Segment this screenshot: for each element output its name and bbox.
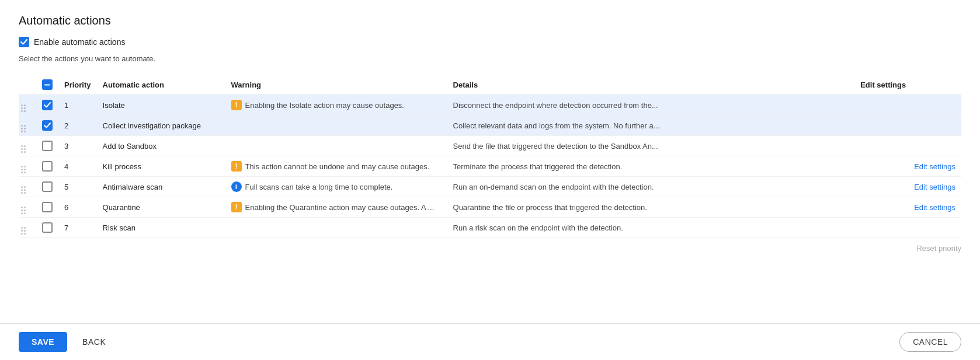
table-row: 2Collect investigation packageCollect re… bbox=[19, 116, 961, 136]
page-subtitle: Select the actions you want to automate. bbox=[19, 54, 961, 63]
enable-automatic-actions-checkbox[interactable] bbox=[19, 37, 29, 47]
row-checkbox[interactable] bbox=[42, 161, 53, 172]
row-action-name: Add to Sandbox bbox=[97, 136, 225, 156]
cancel-button[interactable]: CANCEL bbox=[899, 332, 961, 352]
row-details: Run an on-demand scan on the endpoint wi… bbox=[447, 177, 855, 197]
table-row: 5Antimalware scaniFull scans can take a … bbox=[19, 177, 961, 197]
footer: SAVE BACK CANCEL bbox=[0, 323, 980, 360]
row-priority: 4 bbox=[58, 156, 97, 177]
row-checkbox[interactable] bbox=[42, 222, 53, 233]
back-button[interactable]: BACK bbox=[77, 332, 112, 352]
row-checkbox-cell bbox=[36, 95, 58, 116]
reset-priority-container: Reset priority bbox=[19, 244, 961, 253]
col-header-action: Automatic action bbox=[97, 75, 225, 95]
row-checkbox-cell bbox=[36, 218, 58, 238]
table-header-row: Priority Automatic action Warning Detail… bbox=[19, 75, 961, 95]
row-warning bbox=[225, 116, 447, 136]
actions-table-container: Priority Automatic action Warning Detail… bbox=[19, 75, 961, 238]
row-action-name: Kill process bbox=[97, 156, 225, 177]
row-edit-cell bbox=[854, 136, 961, 156]
row-edit-cell bbox=[854, 116, 961, 136]
drag-handle[interactable] bbox=[19, 197, 36, 218]
reset-priority-link[interactable]: Reset priority bbox=[916, 244, 961, 253]
table-row: 1Isolate!Enabling the Isolate action may… bbox=[19, 95, 961, 116]
row-details: Disconnect the endpoint where detection … bbox=[447, 95, 855, 116]
row-details: Collect relevant data and logs from the … bbox=[447, 116, 855, 136]
save-button[interactable]: SAVE bbox=[19, 332, 67, 352]
table-row: 6Quarantine!Enabling the Quarantine acti… bbox=[19, 197, 961, 218]
row-details: Run a risk scan on the endpoint with the… bbox=[447, 218, 855, 238]
row-checkbox[interactable] bbox=[42, 202, 53, 212]
info-icon: i bbox=[231, 181, 242, 192]
row-warning bbox=[225, 136, 447, 156]
row-priority: 1 bbox=[58, 95, 97, 116]
row-checkbox-cell bbox=[36, 116, 58, 136]
row-action-name: Antimalware scan bbox=[97, 177, 225, 197]
row-checkbox-cell bbox=[36, 136, 58, 156]
table-row: 4Kill process!This action cannot be undo… bbox=[19, 156, 961, 177]
row-edit-cell: Edit settings bbox=[854, 177, 961, 197]
row-warning: iFull scans can take a long time to comp… bbox=[225, 177, 447, 197]
row-action-name: Risk scan bbox=[97, 218, 225, 238]
row-priority: 7 bbox=[58, 218, 97, 238]
row-checkbox-cell bbox=[36, 197, 58, 218]
enable-automatic-actions-row: Enable automatic actions bbox=[19, 37, 961, 47]
row-action-name: Isolate bbox=[97, 95, 225, 116]
col-header-edit: Edit settings bbox=[854, 75, 961, 95]
drag-handle[interactable] bbox=[19, 136, 36, 156]
page-title: Automatic actions bbox=[19, 14, 961, 27]
col-header-checkbox bbox=[36, 75, 58, 95]
row-checkbox[interactable] bbox=[42, 120, 53, 131]
row-details: Terminate the process that triggered the… bbox=[447, 156, 855, 177]
table-row: 3Add to SandboxSend the file that trigge… bbox=[19, 136, 961, 156]
row-warning: !This action cannot be undone and may ca… bbox=[225, 156, 447, 177]
row-details: Send the file that triggered the detecti… bbox=[447, 136, 855, 156]
row-warning: !Enabling the Isolate action may cause o… bbox=[225, 95, 447, 116]
row-priority: 6 bbox=[58, 197, 97, 218]
edit-settings-link[interactable]: Edit settings bbox=[914, 183, 955, 191]
row-action-name: Quarantine bbox=[97, 197, 225, 218]
row-checkbox[interactable] bbox=[42, 100, 53, 110]
table-row: 7Risk scanRun a risk scan on the endpoin… bbox=[19, 218, 961, 238]
drag-handle[interactable] bbox=[19, 116, 36, 136]
warning-text: Enabling the Quarantine action may cause… bbox=[245, 203, 435, 212]
row-warning: !Enabling the Quarantine action may caus… bbox=[225, 197, 447, 218]
row-checkbox[interactable] bbox=[42, 181, 53, 192]
warning-icon: ! bbox=[231, 202, 242, 212]
drag-handle[interactable] bbox=[19, 218, 36, 238]
svg-rect-0 bbox=[44, 84, 50, 85]
warning-text: Enabling the Isolate action may cause ou… bbox=[245, 101, 404, 110]
row-checkbox-cell bbox=[36, 156, 58, 177]
actions-table: Priority Automatic action Warning Detail… bbox=[19, 75, 961, 238]
row-edit-cell: Edit settings bbox=[854, 197, 961, 218]
row-edit-cell bbox=[854, 95, 961, 116]
drag-handle[interactable] bbox=[19, 95, 36, 116]
warning-icon: ! bbox=[231, 100, 242, 110]
row-checkbox[interactable] bbox=[42, 141, 53, 151]
row-edit-cell bbox=[854, 218, 961, 238]
warning-icon: ! bbox=[231, 161, 242, 172]
row-priority: 2 bbox=[58, 116, 97, 136]
edit-settings-link[interactable]: Edit settings bbox=[914, 162, 955, 171]
warning-text: Full scans can take a long time to compl… bbox=[245, 183, 393, 191]
row-warning bbox=[225, 218, 447, 238]
col-header-details: Details bbox=[447, 75, 855, 95]
drag-handle[interactable] bbox=[19, 177, 36, 197]
row-action-name: Collect investigation package bbox=[97, 116, 225, 136]
edit-settings-link[interactable]: Edit settings bbox=[914, 203, 955, 212]
col-header-drag bbox=[19, 75, 36, 95]
row-checkbox-cell bbox=[36, 177, 58, 197]
drag-handle[interactable] bbox=[19, 156, 36, 177]
row-priority: 5 bbox=[58, 177, 97, 197]
select-all-checkbox[interactable] bbox=[42, 79, 53, 90]
col-header-warning: Warning bbox=[225, 75, 447, 95]
col-header-priority: Priority bbox=[58, 75, 97, 95]
row-edit-cell: Edit settings bbox=[854, 156, 961, 177]
enable-automatic-actions-label: Enable automatic actions bbox=[34, 37, 125, 47]
row-details: Quarantine the file or process that trig… bbox=[447, 197, 855, 218]
row-priority: 3 bbox=[58, 136, 97, 156]
warning-text: This action cannot be undone and may cau… bbox=[245, 162, 430, 171]
